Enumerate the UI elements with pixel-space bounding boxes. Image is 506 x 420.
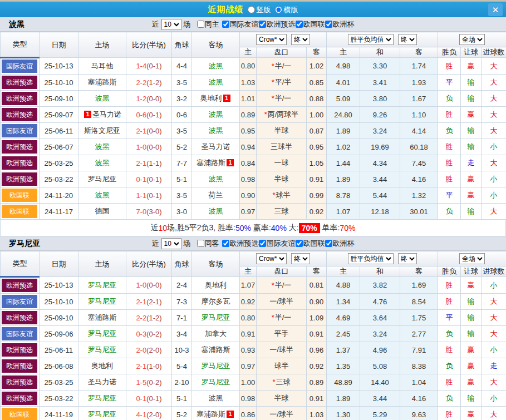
odds-stage-select[interactable]: 终 xyxy=(291,253,310,264)
scope-select[interactable]: 全场 xyxy=(459,253,485,264)
team-name: 罗马尼亚 xyxy=(88,394,117,402)
column-header: 主 xyxy=(327,266,360,277)
league-checkbox[interactable] xyxy=(296,240,303,247)
league-filter-option[interactable]: 欧洲预选 xyxy=(222,239,259,249)
team-section-bosnia: 波黑 近 10 场 同主 国际友谊欧洲预选欧国联欧洲杯 类 xyxy=(0,17,506,236)
league-filter-option[interactable]: 国际友谊 xyxy=(259,239,296,249)
odds-company-select[interactable]: Crow* xyxy=(256,34,287,45)
match-count-select[interactable]: 10 xyxy=(161,238,181,249)
avg-stage-select[interactable]: 终 xyxy=(398,34,417,45)
close-icon[interactable]: ✕ xyxy=(488,3,503,16)
half-time-score: (0-0) xyxy=(146,127,161,135)
full-time-score: 1-0 xyxy=(136,281,146,289)
match-row: 欧洲预选25-03-22罗马尼亚0-1(0-1)5-1波黑0.98半球0.911… xyxy=(1,171,506,187)
half-time-score: (0-0) xyxy=(146,281,161,289)
away-team: 波黑 xyxy=(192,391,240,407)
handicap-value: 一球 xyxy=(274,159,289,167)
score-cell: 0-6(0-1) xyxy=(126,107,172,123)
home-odds: 0.97 xyxy=(240,358,257,374)
scope-select[interactable]: 全场 xyxy=(459,34,485,45)
league-filters: 欧洲预选国际友谊欧国联欧洲杯 xyxy=(222,239,355,249)
column-header: 让球 xyxy=(461,47,482,58)
half-time-score: (0-0) xyxy=(146,95,161,103)
avg-odds-select[interactable]: 胜平负均值 xyxy=(348,253,394,264)
column-header: 角球 xyxy=(172,251,192,277)
star-mark: * xyxy=(272,191,275,199)
result: 负 xyxy=(438,326,461,342)
league-checkbox[interactable] xyxy=(222,21,229,28)
vertical-label: 竖版 xyxy=(257,5,271,15)
column-header: 让球 xyxy=(461,266,482,277)
team-name: 奥地利 xyxy=(205,281,227,289)
table-body: 国际友谊25-10-13马耳他1-4(0-1)4-4波黑0.80*半/一1.02… xyxy=(1,58,506,220)
team-name: 奥地利 xyxy=(91,362,113,370)
odds-stage-select[interactable]: 终 xyxy=(291,34,310,45)
league-checkbox[interactable] xyxy=(296,21,303,28)
league-checkbox[interactable] xyxy=(222,240,229,247)
goals-result: 小 xyxy=(482,139,506,155)
league-filter-option[interactable]: 欧国联 xyxy=(296,19,325,29)
same-venue-option[interactable]: 同主 xyxy=(197,19,219,29)
avg-home: 24.80 xyxy=(327,107,360,123)
horizontal-layout-option[interactable]: 横版 xyxy=(275,5,298,15)
league-checkbox[interactable] xyxy=(259,240,266,247)
star-mark: * xyxy=(272,78,274,86)
avg-draw: 3.82 xyxy=(360,277,400,294)
league-filter-option[interactable]: 欧洲预选 xyxy=(259,19,296,29)
league-cell: 国际友谊 xyxy=(1,58,40,75)
league-checkbox[interactable] xyxy=(325,21,332,28)
league-filter-option[interactable]: 欧洲杯 xyxy=(325,239,355,249)
match-row: 欧国联24-11-20波黑1-1(0-1)3-5荷兰0.90*球半0.998.7… xyxy=(1,187,506,204)
away-team: 圣马力诺 xyxy=(192,139,240,155)
match-count-select[interactable]: 10 xyxy=(161,19,181,30)
half-time-score: (0-1) xyxy=(146,175,161,184)
league-filter-option[interactable]: 欧洲杯 xyxy=(325,19,355,29)
away-odds: 0.95 xyxy=(307,139,327,155)
league-filter-option[interactable]: 欧国联 xyxy=(296,239,325,249)
result: 负 xyxy=(438,204,461,220)
avg-draw: 12.18 xyxy=(360,204,400,220)
league-filter-option[interactable]: 国际友谊 xyxy=(222,19,259,29)
league-cell: 欧洲预选 xyxy=(1,155,40,171)
team-name: 圣马力诺 xyxy=(88,378,117,386)
away-team: 荷兰 xyxy=(192,187,240,204)
team-name: 罗马尼亚 xyxy=(202,362,230,370)
full-time-score: 7-0 xyxy=(136,207,146,216)
full-time-score: 1-4 xyxy=(136,62,146,70)
away-odds: 0.85 xyxy=(307,75,327,91)
summary-segment: 50% xyxy=(235,224,251,233)
home-team: 马耳他 xyxy=(78,58,126,75)
away-odds: 0.89 xyxy=(307,374,327,391)
score-cell: 1-5(0-2) xyxy=(126,374,172,391)
league-checkbox[interactable] xyxy=(325,240,332,247)
avg-stage-select[interactable]: 终 xyxy=(398,253,417,264)
table-header: 类型日期主场比分(半场)角球客场Crow*终胜平负均值终全场主盘口客主和客胜负让… xyxy=(1,251,506,277)
avg-odds-select[interactable]: 胜平负均值 xyxy=(348,34,394,45)
match-date: 25-09-07 xyxy=(40,107,78,123)
home-odds: 0.84 xyxy=(240,155,257,171)
horizontal-radio[interactable] xyxy=(275,6,282,13)
away-team: 罗马尼亚 xyxy=(192,374,240,391)
away-odds: 0.88 xyxy=(307,91,327,107)
away-team: 奥地利1 xyxy=(192,91,240,107)
same-venue-option[interactable]: 同客 xyxy=(197,239,219,249)
league-badge: 欧洲预选 xyxy=(2,279,37,292)
match-date: 25-10-10 xyxy=(40,75,78,91)
column-header: 主 xyxy=(240,266,257,277)
vertical-radio[interactable] xyxy=(248,6,255,13)
league-checkbox[interactable] xyxy=(259,21,266,28)
home-odds: 0.93 xyxy=(240,342,257,358)
column-header: 主 xyxy=(240,47,257,58)
half-time-score: (1-2) xyxy=(146,314,161,322)
odds-company-select[interactable]: Crow* xyxy=(256,253,287,264)
league-badge: 欧洲预选 xyxy=(2,172,37,186)
same-away-checkbox[interactable] xyxy=(197,240,204,247)
handicap-result: 赢 xyxy=(461,187,482,204)
home-odds: 1.03 xyxy=(240,75,257,91)
handicap-value: 球半 xyxy=(276,191,291,199)
result: 胜 xyxy=(438,277,461,294)
same-home-checkbox[interactable] xyxy=(197,21,204,28)
column-header: 客 xyxy=(307,266,327,277)
vertical-layout-option[interactable]: 竖版 xyxy=(248,5,271,15)
avg-draw: 5.44 xyxy=(360,187,400,204)
